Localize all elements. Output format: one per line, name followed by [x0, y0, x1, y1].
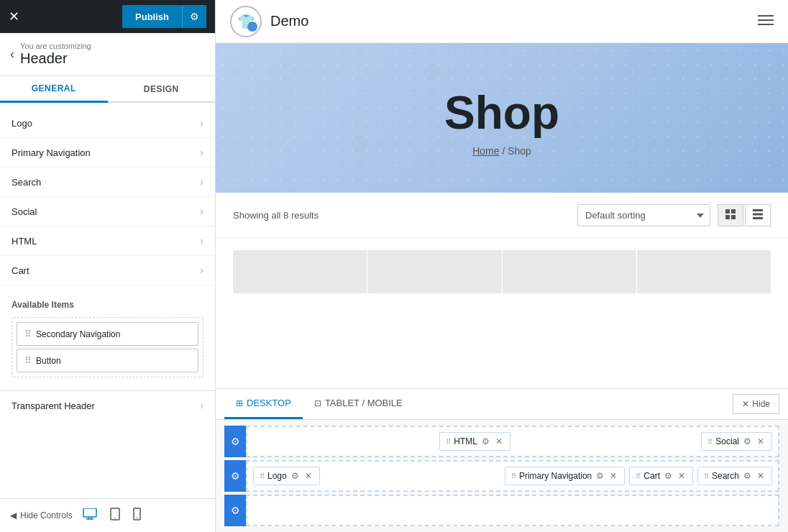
cart-chip-close-button[interactable]: ✕	[677, 471, 687, 481]
social-chip-label: Social	[715, 436, 739, 446]
social-chip-gear-button[interactable]: ⚙	[742, 436, 753, 446]
hide-builder-button[interactable]: ✕ Hide	[733, 394, 779, 414]
item-chip-search[interactable]: ⠿ Search ⚙ ✕	[697, 467, 772, 485]
tab-general[interactable]: GENERAL	[0, 76, 108, 103]
product-placeholder	[367, 250, 501, 293]
cart-chip-gear-button[interactable]: ⚙	[663, 471, 674, 481]
sort-select[interactable]: Default sorting Sort by popularity Sort …	[577, 204, 710, 226]
shop-toolbar: Showing all 8 results Default sorting So…	[216, 193, 788, 239]
row-2-gear-button[interactable]: ⚙	[224, 460, 246, 492]
logo-chip-close-button[interactable]: ✕	[303, 471, 313, 481]
primary-nav-chip-label: Primary Navigation	[519, 471, 592, 481]
breadcrumb-separator: /	[502, 145, 508, 157]
preview-top-nav: 👕 Demo	[216, 0, 788, 43]
transparent-header-label: Transparent Header	[12, 400, 95, 411]
search-chip-close-button[interactable]: ✕	[756, 471, 766, 481]
item-chip-primary-nav[interactable]: ⠿ Primary Navigation ⚙ ✕	[505, 467, 625, 485]
primary-nav-chip-gear-button[interactable]: ⚙	[595, 471, 605, 481]
svg-rect-13	[725, 215, 730, 219]
secondary-nav-label: Secondary Navigation	[36, 329, 120, 339]
hero-breadcrumb: Home / Shop	[216, 145, 788, 157]
cart-chip-label: Cart	[643, 471, 660, 481]
html-chip-close-button[interactable]: ✕	[494, 436, 504, 446]
row-3-gear-button[interactable]: ⚙	[224, 495, 246, 526]
logo-chip-gear-button[interactable]: ⚙	[290, 471, 301, 481]
item-chip-logo[interactable]: ⠿ Logo ⚙ ✕	[253, 467, 320, 485]
search-chip-gear-button[interactable]: ⚙	[742, 471, 753, 481]
primary-nav-chip-close-button[interactable]: ✕	[608, 471, 618, 481]
drag-handle-icon: ⠿	[24, 329, 32, 339]
publish-button[interactable]: Publish	[122, 5, 182, 28]
publish-gear-button[interactable]: ⚙	[182, 5, 206, 28]
product-placeholder	[637, 250, 771, 293]
breadcrumb-current: Shop	[508, 145, 531, 157]
product-placeholder	[503, 250, 636, 293]
panel-row-search[interactable]: Search ›	[0, 168, 215, 197]
brand-area: 👕 Demo	[230, 6, 308, 37]
hide-controls-label: Hide Controls	[20, 510, 73, 520]
drag-dots-icon: ⠿	[260, 472, 265, 480]
panel-items: Logo › Primary Navigation › Search › Soc…	[0, 103, 215, 291]
available-item-button[interactable]: ⠿ Button	[17, 349, 198, 372]
breadcrumb-home-link[interactable]: Home	[472, 145, 499, 157]
list-view-button[interactable]	[745, 204, 771, 226]
product-row-preview	[216, 239, 788, 305]
panel-row-html[interactable]: HTML ›	[0, 226, 215, 256]
results-count: Showing all 8 results	[233, 210, 319, 221]
tablet-device-button[interactable]	[107, 505, 123, 526]
panel-row-primary-nav[interactable]: Primary Navigation ›	[0, 138, 215, 168]
tab-design[interactable]: DESIGN	[108, 76, 216, 101]
builder-row-1: ⚙ ⠿ HTML ⚙ ✕ ⠿ Social ⚙ ✕	[224, 426, 779, 457]
available-item-secondary-nav[interactable]: ⠿ Secondary Navigation	[17, 322, 198, 346]
row-3-content	[246, 495, 779, 526]
panel-row-logo[interactable]: Logo ›	[0, 109, 215, 138]
drag-dots-icon: ⠿	[636, 472, 641, 480]
context-info: You are customizing Header	[20, 42, 91, 67]
social-chip-close-button[interactable]: ✕	[756, 436, 766, 446]
close-button[interactable]: ✕	[9, 9, 19, 24]
builder-tab-tablet-label: TABLET / MOBILE	[325, 398, 403, 408]
builder-row-2: ⚙ ⠿ Logo ⚙ ✕ ⠿ Primary Navigation ⚙ ✕	[224, 460, 779, 492]
tablet-tab-icon: ⊡	[314, 398, 321, 408]
builder-tab-desktop[interactable]: ⊞ DESKTOP	[224, 389, 303, 419]
hide-builder-label: Hide	[752, 399, 770, 409]
panel-row-html-label: HTML	[12, 236, 37, 247]
item-chip-html[interactable]: ⠿ HTML ⚙ ✕	[439, 432, 510, 451]
html-chip-gear-button[interactable]: ⚙	[480, 436, 491, 446]
panel-row-social-label: Social	[12, 206, 37, 217]
transparent-header-row[interactable]: Transparent Header ›	[0, 390, 215, 420]
hide-x-icon: ✕	[742, 399, 749, 409]
panel-row-cart[interactable]: Cart ›	[0, 256, 215, 285]
item-chip-cart[interactable]: ⠿ Cart ⚙ ✕	[629, 467, 693, 485]
hide-controls-button[interactable]: ◀ Hide Controls	[10, 510, 73, 520]
svg-rect-12	[731, 209, 736, 214]
chevron-right-icon: ›	[200, 265, 203, 276]
hide-icon: ◀	[10, 510, 17, 520]
chevron-right-icon: ›	[200, 176, 203, 188]
hero-section: Shop Home / Shop	[216, 43, 788, 193]
chevron-right-icon: ›	[200, 117, 203, 129]
tabs-row: GENERAL DESIGN	[0, 76, 215, 103]
grid-view-button[interactable]	[718, 204, 743, 226]
row-1-content: ⠿ HTML ⚙ ✕ ⠿ Social ⚙ ✕	[246, 426, 779, 457]
menu-icon-button[interactable]	[758, 13, 774, 29]
back-header: ‹ You are customizing Header	[0, 33, 215, 76]
drag-dots-icon: ⠿	[446, 438, 451, 446]
chevron-right-icon: ›	[200, 400, 203, 411]
drag-dots-icon: ⠿	[704, 472, 709, 480]
desktop-device-button[interactable]	[80, 505, 100, 526]
mobile-device-button[interactable]	[130, 505, 144, 526]
row-1-gear-button[interactable]: ⚙	[224, 426, 246, 457]
item-chip-social[interactable]: ⠿ Social ⚙ ✕	[701, 432, 772, 451]
desktop-tab-icon: ⊞	[236, 398, 243, 408]
brand-name: Demo	[270, 13, 308, 29]
product-placeholder	[233, 250, 367, 293]
section-title: Header	[20, 50, 91, 67]
chevron-right-icon: ›	[200, 147, 203, 158]
svg-rect-0	[83, 508, 96, 517]
back-button[interactable]: ‹	[10, 47, 14, 62]
brand-logo: 👕	[230, 6, 262, 37]
panel-row-social[interactable]: Social ›	[0, 197, 215, 226]
publish-group: Publish ⚙	[122, 5, 206, 28]
builder-tab-tablet-mobile[interactable]: ⊡ TABLET / MOBILE	[303, 389, 414, 419]
